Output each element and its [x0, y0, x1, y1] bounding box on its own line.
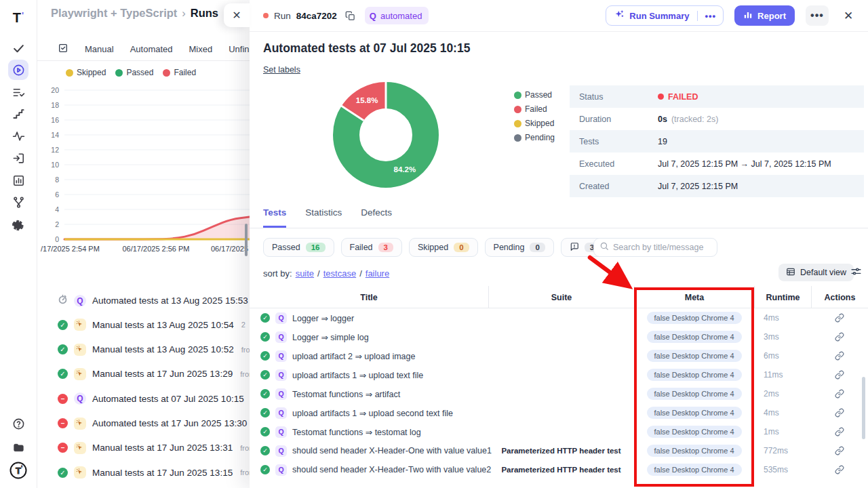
- column-header-suite[interactable]: Suite: [488, 286, 634, 308]
- test-link-icon[interactable]: [811, 308, 868, 327]
- report-button[interactable]: Report: [734, 5, 795, 26]
- check-icon[interactable]: [8, 38, 28, 58]
- test-meta-cell: false Desktop Chrome 4: [634, 460, 754, 479]
- list-check-icon[interactable]: [8, 82, 28, 102]
- info-label: Duration: [570, 115, 658, 124]
- run-type-badge[interactable]: Q automated: [365, 7, 429, 24]
- test-meta-cell: false Desktop Chrome 4: [634, 365, 754, 384]
- test-suite-cell: [488, 422, 634, 441]
- run-list-item[interactable]: ✓Manual tests at 17 Jun 2025 13:15from: [58, 466, 250, 479]
- tab-tests[interactable]: Tests: [263, 207, 286, 228]
- test-link-icon[interactable]: [811, 460, 868, 479]
- report-label: Report: [757, 11, 786, 21]
- sort-link-failure[interactable]: failure: [366, 268, 389, 279]
- column-header-runtime[interactable]: Runtime: [754, 286, 811, 308]
- test-title[interactable]: Logger ⇒ simple log: [292, 332, 369, 342]
- panel-close-button[interactable]: ✕: [838, 5, 859, 26]
- test-link-icon[interactable]: [811, 422, 868, 441]
- test-link-icon[interactable]: [811, 346, 868, 365]
- run-summary-label: Run Summary: [629, 11, 689, 21]
- test-link-icon[interactable]: [811, 403, 868, 422]
- gear-icon[interactable]: [8, 214, 28, 235]
- column-header-meta[interactable]: Meta: [634, 286, 754, 308]
- sign-in-icon[interactable]: [8, 148, 28, 168]
- legend-label: Failed: [525, 104, 547, 114]
- set-labels-link[interactable]: Set labels: [263, 65, 300, 75]
- bar-chart-icon[interactable]: [8, 170, 28, 190]
- automated-q-icon: Q: [74, 295, 86, 307]
- test-suite-cell: [488, 327, 634, 346]
- test-title-cell: ✓Qupload artifacts 1 ⇒ upload text file: [260, 365, 423, 384]
- search-input[interactable]: [613, 243, 711, 252]
- sort-link-testcase[interactable]: testcase: [323, 268, 356, 279]
- test-row[interactable]: ✓QLogger ⇒ simple logfalse Desktop Chrom…: [250, 327, 868, 346]
- test-row[interactable]: ✓Qupload artifacts 1 ⇒ upload second tex…: [250, 403, 868, 422]
- test-row[interactable]: ✓Qupload artifact 2 ⇒ upload imagefalse …: [250, 346, 868, 365]
- test-title[interactable]: Testomat functions ⇒ artifact: [292, 389, 400, 399]
- column-header-title[interactable]: Title: [250, 286, 488, 308]
- sort-link-suite[interactable]: suite: [296, 268, 314, 279]
- meta-pill: false Desktop Chrome 4: [647, 445, 742, 457]
- test-meta-cell: false Desktop Chrome 4: [634, 384, 754, 403]
- tab-defects[interactable]: Defects: [361, 207, 392, 228]
- test-title[interactable]: Logger ⇒ logger: [292, 313, 354, 323]
- test-row[interactable]: ✓QLogger ⇒ loggerfalse Desktop Chrome 44…: [250, 308, 868, 327]
- test-title-cell: ✓QLogger ⇒ simple log: [260, 327, 369, 346]
- run-list-item[interactable]: QAutomated tests at 13 Aug 2025 15:53: [58, 294, 248, 307]
- test-title-cell: ✓QLogger ⇒ logger: [260, 308, 354, 327]
- test-link-icon[interactable]: [811, 441, 868, 460]
- column-header-actions[interactable]: Actions: [811, 286, 868, 308]
- run-list-item[interactable]: ✓Manual tests at 13 Aug 2025 10:52fro: [58, 344, 250, 356]
- more-options-button[interactable]: •••: [806, 5, 829, 26]
- test-title[interactable]: upload artifact 2 ⇒ upload image: [292, 351, 415, 361]
- test-link-icon[interactable]: [811, 384, 868, 403]
- run-item-title: Manual tests at 13 Aug 2025 10:52: [92, 344, 234, 354]
- copy-icon[interactable]: [345, 11, 355, 21]
- passed-check-icon: ✓: [58, 369, 68, 379]
- activity-icon[interactable]: [8, 125, 28, 146]
- test-title[interactable]: upload artifacts 1 ⇒ upload second text …: [292, 408, 453, 418]
- panel-scrollbar-thumb[interactable]: [862, 377, 865, 439]
- app-logo[interactable]: T': [8, 7, 28, 28]
- run-detail-panel: ✕ Run 84ca7202 Q automated Run Summary •…: [250, 0, 868, 488]
- default-view-button[interactable]: Default view: [778, 264, 854, 281]
- icon-sidebar: T' T': [0, 0, 37, 488]
- test-link-icon[interactable]: [811, 327, 868, 346]
- test-title[interactable]: Testomat functions ⇒ testomat log: [292, 427, 421, 437]
- run-summary-button[interactable]: Run Summary •••: [606, 5, 724, 26]
- column-settings-icon[interactable]: [850, 266, 862, 280]
- tab-statistics[interactable]: Statistics: [305, 207, 342, 228]
- test-row[interactable]: ✓QTestomat functions ⇒ artifactfalse Des…: [250, 384, 868, 403]
- run-list-item[interactable]: ✓Manual tests at 13 Aug 2025 10:542: [58, 319, 245, 331]
- test-row[interactable]: ✓Qshould send header X-Header-Two with v…: [250, 460, 868, 479]
- folder-icon[interactable]: [8, 437, 28, 458]
- filter-chip-count: 0: [530, 243, 545, 252]
- test-row[interactable]: ✓Qshould send header X-Header-One with v…: [250, 441, 868, 460]
- play-circle-icon[interactable]: [8, 60, 28, 80]
- page-scrollbar-thumb[interactable]: [245, 224, 248, 256]
- run-summary-more-button[interactable]: •••: [697, 11, 723, 21]
- test-row[interactable]: ✓Qupload artifacts 1 ⇒ upload text filef…: [250, 365, 868, 384]
- panel-close-tab[interactable]: ✕: [224, 3, 250, 27]
- automated-q-icon: Q: [74, 392, 86, 405]
- test-row[interactable]: ✓QTestomat functions ⇒ testomat logfalse…: [250, 422, 868, 441]
- stairs-icon[interactable]: [8, 104, 28, 124]
- help-icon[interactable]: [8, 413, 28, 434]
- filter-chip-pending[interactable]: Pending0: [485, 238, 554, 257]
- test-link-icon[interactable]: [811, 365, 868, 384]
- run-list-item[interactable]: –QAutomated tests at 07 Jul 2025 10:15: [58, 392, 244, 405]
- avatar-t[interactable]: T': [8, 460, 28, 481]
- run-list-item[interactable]: ✓Manual tests at 17 Jun 2025 13:29fron: [58, 368, 250, 380]
- run-list-item[interactable]: –Automated tests at 17 Jun 2025 13:30: [58, 418, 247, 430]
- filter-chip-skipped[interactable]: Skipped0: [409, 238, 478, 257]
- filter-chip-failed[interactable]: Failed3: [341, 238, 402, 257]
- run-item-title: Manual tests at 17 Jun 2025 13:29: [92, 369, 233, 379]
- run-status-dot: [263, 13, 269, 18]
- branch-icon[interactable]: [8, 192, 28, 212]
- run-list-item[interactable]: –Manual tests at 17 Jun 2025 13:31from: [58, 442, 250, 454]
- filter-chip-passed[interactable]: Passed16: [263, 238, 334, 257]
- test-title[interactable]: upload artifacts 1 ⇒ upload text file: [292, 370, 423, 380]
- test-title[interactable]: should send header X-Header-Two with val…: [292, 465, 491, 474]
- test-title[interactable]: should send header X-Header-One with val…: [292, 446, 492, 455]
- test-title-cell: ✓QTestomat functions ⇒ artifact: [260, 384, 400, 403]
